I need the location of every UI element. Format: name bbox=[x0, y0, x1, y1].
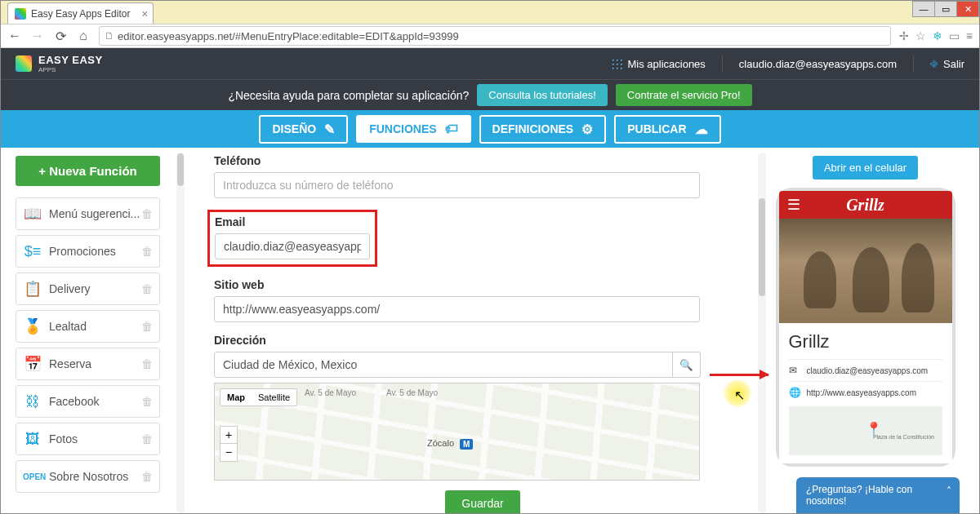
book-icon: 📖 bbox=[23, 205, 42, 223]
address-input[interactable] bbox=[214, 352, 673, 378]
metro-icon: M bbox=[460, 439, 473, 450]
brand-name: EASY EASY bbox=[38, 54, 103, 66]
tag-icon: 🏷 bbox=[445, 122, 458, 136]
sidebar-item-label: Facebook bbox=[49, 395, 141, 408]
trash-icon[interactable]: 🗑 bbox=[141, 320, 153, 333]
reload-icon[interactable]: ⟳ bbox=[53, 29, 68, 44]
preview-email-row[interactable]: ✉ claudio.diaz@easyeasyapps.com bbox=[789, 359, 942, 381]
logout-label: Salir bbox=[943, 58, 964, 70]
trash-icon[interactable]: 🗑 bbox=[141, 282, 153, 295]
pro-service-button[interactable]: Contrate el servicio Pro! bbox=[616, 84, 752, 106]
map-street-label: Av. 5 de Mayo bbox=[386, 388, 438, 397]
tab-title: Easy Easy Apps Editor bbox=[31, 8, 130, 20]
hamburger-icon[interactable]: ☰ bbox=[787, 196, 800, 214]
calendar-icon: 📅 bbox=[23, 355, 42, 373]
logout-link[interactable]: ⎆ Salir bbox=[930, 56, 964, 71]
ribbon-icon: 🏅 bbox=[23, 317, 42, 335]
phone-preview: ☰ Grillz Grillz ✉ claudio.di bbox=[776, 188, 956, 467]
open-sign-icon: OPEN bbox=[23, 472, 42, 481]
trash-icon[interactable]: 🗑 bbox=[141, 357, 153, 370]
chat-widget[interactable]: ¿Preguntas? ¡Hable con nosotros! ˄ bbox=[796, 477, 960, 513]
trash-icon[interactable]: 🗑 bbox=[141, 432, 153, 445]
trash-icon[interactable]: 🗑 bbox=[141, 245, 153, 258]
map-zoom-in[interactable]: + bbox=[220, 426, 238, 444]
extension-icon[interactable]: ❄ bbox=[933, 29, 942, 42]
home-icon[interactable]: ⌂ bbox=[76, 29, 91, 43]
dollar-icon: $≡ bbox=[23, 243, 42, 260]
tab-label: FUNCIONES bbox=[369, 122, 436, 135]
map[interactable]: Map Satellite + − Av. 5 de Mayo Av. 5 de… bbox=[214, 383, 700, 481]
save-button[interactable]: Guardar bbox=[445, 490, 519, 513]
map-type-switch[interactable]: Map Satellite bbox=[220, 388, 297, 406]
browser-tab[interactable]: Easy Easy Apps Editor × bbox=[7, 2, 154, 24]
gear-icon: ⚙ bbox=[581, 122, 593, 137]
trash-icon[interactable]: 🗑 bbox=[141, 207, 153, 220]
grid-icon bbox=[611, 58, 622, 69]
search-icon: 🔍 bbox=[679, 359, 693, 371]
my-apps-label: Mis aplicaciones bbox=[627, 58, 705, 70]
trash-icon[interactable]: 🗑 bbox=[141, 470, 153, 483]
user-email-link[interactable]: claudio.diaz@easyeasyapps.com bbox=[739, 58, 897, 70]
sidebar-item-label: Delivery bbox=[49, 282, 141, 295]
url-bar[interactable]: 🗋 editor.easyeasyapps.net/#MenuEntryPlac… bbox=[99, 26, 891, 46]
content-scrollbar[interactable] bbox=[758, 153, 766, 513]
phone-label: Teléfono bbox=[214, 154, 751, 167]
sidebar-item-menu[interactable]: 📖 Menú sugerenci... 🗑 bbox=[16, 197, 160, 230]
website-label: Sitio web bbox=[214, 278, 751, 291]
open-on-mobile-button[interactable]: Abrir en el celular bbox=[813, 156, 918, 179]
sidebar-item-delivery[interactable]: 📋 Delivery 🗑 bbox=[16, 273, 160, 305]
trash-icon[interactable]: 🗑 bbox=[141, 395, 153, 408]
cloud-upload-icon: ☁ bbox=[695, 122, 708, 137]
map-street-label: Av. 5 de Mayo bbox=[305, 388, 356, 397]
sidebar-item-facebook[interactable]: ⛓ Facebook 🗑 bbox=[16, 385, 160, 418]
preview-website: http://www.easyeasyapps.com bbox=[807, 388, 917, 397]
page-icon: 🗋 bbox=[105, 30, 114, 42]
tab-definitions[interactable]: DEFINICIONES ⚙ bbox=[479, 115, 607, 144]
email-label: Email bbox=[215, 215, 370, 228]
clipboard-icon: 📋 bbox=[23, 280, 42, 298]
email-input[interactable] bbox=[215, 233, 370, 259]
tutorials-button[interactable]: Consulta los tutoriales! bbox=[477, 84, 608, 106]
new-function-button[interactable]: + Nueva Función bbox=[16, 156, 160, 186]
bookmark-icon[interactable]: ☆ bbox=[915, 29, 926, 42]
my-apps-link[interactable]: Mis aplicaciones bbox=[611, 58, 705, 70]
address-search-button[interactable]: 🔍 bbox=[673, 352, 701, 378]
sidebar-item-label: Lealtad bbox=[49, 320, 141, 333]
sidebar-item-photos[interactable]: 🖼 Fotos 🗑 bbox=[16, 423, 160, 455]
sidebar-item-about[interactable]: OPEN Sobre Nosotros 🗑 bbox=[16, 460, 160, 493]
preview-map[interactable]: 📍 Plaza de la Constitución bbox=[789, 406, 942, 455]
tab-close-icon[interactable]: × bbox=[141, 7, 148, 20]
separator bbox=[722, 55, 723, 72]
favicon-icon bbox=[15, 8, 26, 20]
email-highlight: Email bbox=[207, 210, 377, 267]
website-input[interactable] bbox=[214, 296, 700, 322]
tab-label: DEFINICIONES bbox=[492, 122, 574, 135]
brand-sub: APPS bbox=[38, 66, 103, 73]
window-minimize[interactable]: — bbox=[912, 1, 935, 17]
tab-label: PUBLICAR bbox=[627, 122, 686, 135]
menu-icon[interactable]: ≡ bbox=[966, 29, 973, 42]
preview-website-row[interactable]: 🌐 http://www.easyeasyapps.com bbox=[789, 381, 942, 403]
preview-app-logo: Grillz bbox=[846, 196, 884, 215]
phone-input[interactable] bbox=[214, 172, 700, 198]
window-maximize[interactable]: ▭ bbox=[934, 1, 957, 17]
share-icon: ⛓ bbox=[23, 393, 42, 410]
sidebar-item-loyalty[interactable]: 🏅 Lealtad 🗑 bbox=[16, 310, 160, 343]
map-mode-satellite[interactable]: Satellite bbox=[252, 389, 296, 405]
window-close[interactable]: ✕ bbox=[956, 1, 979, 17]
adblock-icon[interactable]: ▭ bbox=[949, 29, 960, 42]
preview-hero-image bbox=[779, 219, 952, 323]
envelope-icon: ✉ bbox=[789, 365, 800, 376]
brand-logo[interactable]: EASY EASY APPS bbox=[1, 54, 118, 73]
tab-publish[interactable]: PUBLICAR ☁ bbox=[614, 115, 720, 144]
tab-functions[interactable]: FUNCIONES 🏷 bbox=[356, 115, 470, 143]
sidebar-item-promos[interactable]: $≡ Promociones 🗑 bbox=[16, 235, 160, 268]
sidebar-item-label: Sobre Nosotros bbox=[49, 470, 141, 483]
sidebar-scrollbar[interactable] bbox=[176, 153, 185, 513]
back-icon[interactable]: ← bbox=[7, 29, 22, 43]
map-zoom-out[interactable]: − bbox=[220, 444, 238, 462]
tab-design[interactable]: DISEÑO ✎ bbox=[259, 115, 348, 144]
translate-icon[interactable]: ✢ bbox=[899, 29, 909, 42]
sidebar-item-reserve[interactable]: 📅 Reserva 🗑 bbox=[16, 348, 160, 380]
map-mode-map[interactable]: Map bbox=[220, 389, 252, 405]
